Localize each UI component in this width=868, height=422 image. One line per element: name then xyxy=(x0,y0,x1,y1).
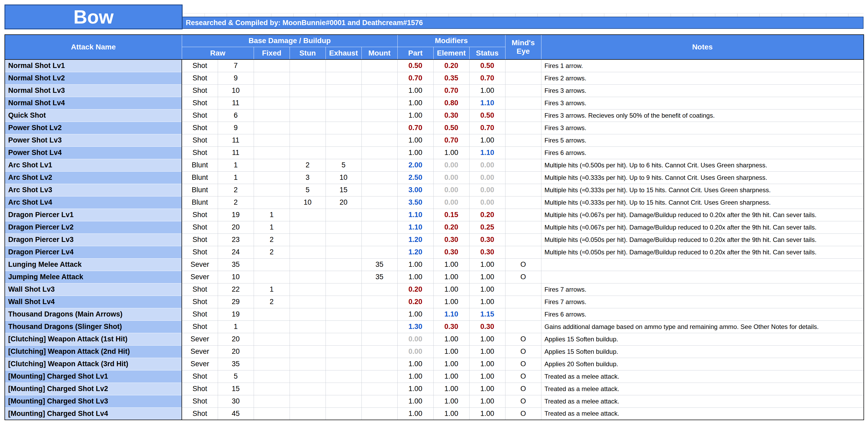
minds-eye-cell[interactable]: O xyxy=(505,271,541,283)
part-modifier-cell[interactable]: 3.50 xyxy=(397,196,433,209)
mount-value-cell[interactable] xyxy=(362,171,397,184)
fixed-value-cell[interactable] xyxy=(254,171,289,184)
attack-name-cell[interactable]: Lunging Melee Attack xyxy=(5,258,182,271)
status-modifier-cell[interactable]: 0.70 xyxy=(469,122,505,134)
exhaust-value-cell[interactable] xyxy=(326,221,362,234)
raw-type-cell[interactable]: Shot xyxy=(182,408,218,420)
element-modifier-cell[interactable]: 1.00 xyxy=(433,271,469,283)
attack-name-cell[interactable]: Arc Shot Lv3 xyxy=(5,184,182,196)
notes-cell[interactable]: Fires 7 arrows. xyxy=(541,283,864,296)
fixed-value-cell[interactable] xyxy=(254,109,289,122)
element-modifier-cell[interactable]: 1.00 xyxy=(433,345,469,358)
stun-value-cell[interactable] xyxy=(289,134,326,147)
status-modifier-cell[interactable]: 0.25 xyxy=(469,221,505,234)
fixed-value-cell[interactable]: 1 xyxy=(254,209,289,221)
status-modifier-cell[interactable]: 1.00 xyxy=(469,358,505,370)
element-modifier-cell[interactable]: 0.30 xyxy=(433,234,469,246)
exhaust-value-cell[interactable] xyxy=(326,209,362,221)
exhaust-value-cell[interactable] xyxy=(326,333,362,345)
raw-type-cell[interactable]: Shot xyxy=(182,283,218,296)
element-modifier-cell[interactable]: 0.30 xyxy=(433,109,469,122)
mount-value-cell[interactable] xyxy=(362,72,397,84)
notes-cell[interactable]: Multiple hits (≈0.050s per hit). Damage/… xyxy=(541,246,864,258)
mount-value-cell[interactable] xyxy=(362,234,397,246)
minds-eye-cell[interactable]: O xyxy=(505,333,541,345)
mount-value-cell[interactable] xyxy=(362,196,397,209)
status-modifier-cell[interactable]: 0.30 xyxy=(469,321,505,333)
stun-value-cell[interactable] xyxy=(289,97,326,109)
status-modifier-cell[interactable]: 1.15 xyxy=(469,308,505,321)
raw-type-cell[interactable]: Shot xyxy=(182,147,218,159)
mount-value-cell[interactable] xyxy=(362,358,397,370)
minds-eye-cell[interactable] xyxy=(505,184,541,196)
status-modifier-cell[interactable]: 0.00 xyxy=(469,171,505,184)
attack-name-cell[interactable]: [Clutching] Weapon Attack (1st Hit) xyxy=(5,333,182,345)
fixed-value-cell[interactable]: 1 xyxy=(254,221,289,234)
fixed-value-cell[interactable] xyxy=(254,395,289,408)
raw-type-cell[interactable]: Blunt xyxy=(182,171,218,184)
raw-value-cell[interactable]: 9 xyxy=(218,72,254,84)
raw-value-cell[interactable]: 45 xyxy=(218,408,254,420)
fixed-value-cell[interactable] xyxy=(254,333,289,345)
notes-cell[interactable] xyxy=(541,258,864,271)
stun-value-cell[interactable] xyxy=(289,122,326,134)
status-modifier-cell[interactable]: 1.00 xyxy=(469,333,505,345)
minds-eye-cell[interactable]: O xyxy=(505,383,541,395)
fixed-value-cell[interactable] xyxy=(254,147,289,159)
notes-cell[interactable]: Multiple hits (≈0.050s per hit). Damage/… xyxy=(541,234,864,246)
attack-name-cell[interactable]: Arc Shot Lv1 xyxy=(5,159,182,171)
mount-value-cell[interactable]: 35 xyxy=(362,258,397,271)
exhaust-value-cell[interactable] xyxy=(326,134,362,147)
stun-value-cell[interactable] xyxy=(289,72,326,84)
column-header-mount[interactable]: Mount xyxy=(362,47,397,60)
notes-cell[interactable]: Fires 3 arrows. xyxy=(541,84,864,97)
stun-value-cell[interactable]: 10 xyxy=(289,196,326,209)
exhaust-value-cell[interactable] xyxy=(326,308,362,321)
raw-value-cell[interactable]: 20 xyxy=(218,221,254,234)
attack-name-cell[interactable]: [Mounting] Charged Shot Lv1 xyxy=(5,370,182,383)
element-modifier-cell[interactable]: 0.00 xyxy=(433,196,469,209)
part-modifier-cell[interactable]: 1.00 xyxy=(397,109,433,122)
stun-value-cell[interactable] xyxy=(289,84,326,97)
part-modifier-cell[interactable]: 1.00 xyxy=(397,97,433,109)
minds-eye-cell[interactable] xyxy=(505,122,541,134)
raw-value-cell[interactable]: 5 xyxy=(218,370,254,383)
element-modifier-cell[interactable]: 0.00 xyxy=(433,159,469,171)
attack-name-cell[interactable]: Thousand Dragons (Main Arrows) xyxy=(5,308,182,321)
attack-name-cell[interactable]: Arc Shot Lv2 xyxy=(5,171,182,184)
minds-eye-cell[interactable] xyxy=(505,308,541,321)
fixed-value-cell[interactable]: 2 xyxy=(254,296,289,308)
weapon-title-cell[interactable]: Bow xyxy=(4,4,183,29)
stun-value-cell[interactable]: 2 xyxy=(289,159,326,171)
part-modifier-cell[interactable]: 1.10 xyxy=(397,221,433,234)
element-modifier-cell[interactable]: 1.00 xyxy=(433,370,469,383)
stun-value-cell[interactable] xyxy=(289,333,326,345)
raw-value-cell[interactable]: 22 xyxy=(218,283,254,296)
fixed-value-cell[interactable] xyxy=(254,383,289,395)
status-modifier-cell[interactable]: 1.00 xyxy=(469,258,505,271)
element-modifier-cell[interactable]: 1.00 xyxy=(433,258,469,271)
status-modifier-cell[interactable]: 0.20 xyxy=(469,209,505,221)
notes-cell[interactable]: Fires 3 arrows. xyxy=(541,97,864,109)
minds-eye-cell[interactable]: O xyxy=(505,358,541,370)
raw-value-cell[interactable]: 20 xyxy=(218,333,254,345)
attack-name-cell[interactable]: [Mounting] Charged Shot Lv3 xyxy=(5,395,182,408)
raw-value-cell[interactable]: 2 xyxy=(218,196,254,209)
element-modifier-cell[interactable]: 0.20 xyxy=(433,221,469,234)
fixed-value-cell[interactable] xyxy=(254,72,289,84)
mount-value-cell[interactable] xyxy=(362,370,397,383)
stun-value-cell[interactable] xyxy=(289,358,326,370)
status-modifier-cell[interactable]: 0.00 xyxy=(469,196,505,209)
exhaust-value-cell[interactable] xyxy=(326,97,362,109)
part-modifier-cell[interactable]: 1.10 xyxy=(397,209,433,221)
attack-name-cell[interactable]: Wall Shot Lv4 xyxy=(5,296,182,308)
fixed-value-cell[interactable] xyxy=(254,370,289,383)
raw-type-cell[interactable]: Shot xyxy=(182,308,218,321)
minds-eye-cell[interactable]: O xyxy=(505,370,541,383)
raw-value-cell[interactable]: 20 xyxy=(218,345,254,358)
stun-value-cell[interactable] xyxy=(289,246,326,258)
minds-eye-cell[interactable] xyxy=(505,72,541,84)
fixed-value-cell[interactable] xyxy=(254,258,289,271)
minds-eye-cell[interactable] xyxy=(505,246,541,258)
part-modifier-cell[interactable]: 0.70 xyxy=(397,122,433,134)
